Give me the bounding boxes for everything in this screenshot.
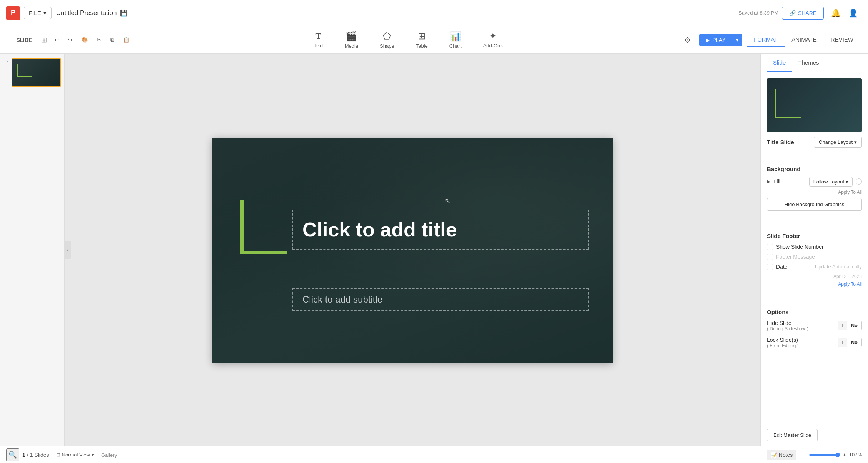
hide-slide-toggle-no[interactable]: No	[847, 321, 861, 330]
subtitle-placeholder-text: Click to add subtitle	[302, 294, 382, 305]
collapse-icon: ‹	[67, 247, 68, 253]
media-tool[interactable]: 🎬 Media	[334, 28, 369, 52]
show-slide-number-row: Show Slide Number	[767, 244, 862, 250]
slide-tab[interactable]: Slide	[767, 54, 792, 72]
undo-button[interactable]: ↩	[51, 35, 63, 45]
lock-slide-sub: ( From Editing )	[767, 343, 799, 348]
text-icon: T	[315, 31, 321, 41]
show-slide-number-checkbox[interactable]	[767, 244, 773, 250]
fill-expand-icon[interactable]: ▶	[767, 179, 770, 184]
copy-icon: ⧉	[110, 37, 114, 43]
lock-slide-toggle-no[interactable]: No	[847, 338, 861, 347]
options-section-title: Options	[767, 309, 862, 315]
addons-tool[interactable]: ✦ Add-Ons	[472, 28, 514, 52]
hide-slide-label: Hide Slide	[767, 320, 808, 326]
chart-tool[interactable]: 📊 Chart	[439, 28, 472, 52]
canvas-area[interactable]: ‹ Click to add title Click to add subtit…	[65, 54, 760, 446]
follow-layout-chevron: ▾	[846, 179, 848, 185]
search-button[interactable]: 🔍	[6, 448, 19, 461]
zoom-control: − + 107%	[803, 452, 862, 458]
zoom-slider[interactable]	[809, 454, 840, 456]
file-menu-button[interactable]: FILE ▾	[24, 7, 52, 19]
slide-layout-button[interactable]: ⊞	[37, 33, 51, 47]
page-separator: /	[27, 452, 28, 458]
bottom-right: 📝 Notes − + 107%	[767, 450, 862, 460]
settings-button[interactable]: ⚙	[680, 33, 695, 47]
date-checkbox[interactable]	[767, 264, 773, 270]
change-layout-button[interactable]: Change Layout ▾	[814, 137, 862, 148]
date-label: Date	[776, 264, 788, 270]
file-menu-label: FILE	[29, 10, 41, 16]
text-tool-label: Text	[314, 43, 323, 48]
play-button[interactable]: ▶ PLAY	[699, 34, 732, 46]
view-mode-chevron: ▾	[92, 452, 94, 458]
view-mode-label: Normal View	[62, 452, 90, 458]
slide-1-thumbnail[interactable]	[12, 58, 61, 87]
date-value: April 21, 2023	[833, 274, 862, 279]
title-placeholder[interactable]: Click to add title	[292, 210, 589, 250]
fill-color-swatch[interactable]	[856, 178, 862, 185]
right-panel: Slide Themes Title Slide Change Layout ▾…	[760, 54, 868, 446]
share-button[interactable]: 🔗 SHARE	[782, 7, 824, 20]
hide-slide-toggle-off[interactable]: I	[838, 321, 847, 330]
edit-master-slide-button[interactable]: Edit Master Slide	[767, 429, 818, 441]
share-label: SHARE	[798, 10, 816, 16]
zoom-out-button[interactable]: −	[803, 452, 806, 458]
apply-to-all-blue[interactable]: Apply To All	[767, 281, 862, 287]
user-account-button[interactable]: 👤	[845, 6, 862, 20]
slide-footer-section: Slide Footer Show Slide Number Footer Me…	[767, 233, 862, 291]
search-icon: 🔍	[8, 451, 17, 459]
table-tool[interactable]: ⊞ Table	[405, 28, 439, 52]
collapse-panel-handle[interactable]: ‹	[65, 241, 71, 259]
footer-message-checkbox[interactable]	[767, 254, 773, 260]
current-page: 1	[22, 452, 25, 458]
paste-button[interactable]: 📋	[119, 35, 133, 45]
notes-button[interactable]: 📝 Notes	[767, 450, 797, 460]
lock-slide-label: Lock Slide(s)	[767, 337, 799, 343]
cut-button[interactable]: ✂	[93, 35, 105, 45]
cut-icon: ✂	[97, 37, 101, 43]
title-slide-label: Title Slide	[767, 139, 794, 145]
presentation-title[interactable]: Untitled Presentation	[56, 9, 117, 17]
lock-slide-row: Lock Slide(s) ( From Editing ) I No	[767, 337, 862, 348]
themes-tab[interactable]: Themes	[792, 54, 825, 72]
notes-icon: 📝	[771, 452, 777, 458]
divider-2	[767, 224, 862, 224]
zoom-in-button[interactable]: +	[843, 452, 846, 458]
format-tab[interactable]: FORMAT	[747, 33, 785, 47]
format-tabs: FORMAT ANIMATE REVIEW	[747, 33, 860, 47]
add-slide-button[interactable]: + SLIDE	[8, 35, 36, 45]
slide-1-number: 1	[3, 58, 9, 65]
play-dropdown-button[interactable]: ▾	[732, 34, 742, 46]
slide-thumb-bracket	[17, 64, 32, 77]
change-layout-chevron: ▾	[854, 139, 857, 145]
addons-tool-label: Add-Ons	[483, 43, 503, 48]
text-tool[interactable]: T Text	[303, 28, 334, 52]
view-mode-button[interactable]: ⊞ Normal View ▾	[52, 450, 98, 459]
redo-button[interactable]: ↪	[64, 35, 76, 45]
zoom-percentage: 107%	[849, 452, 862, 458]
panel-tabs: Slide Themes	[761, 54, 868, 72]
notes-label: Notes	[779, 452, 793, 458]
animate-tab[interactable]: ANIMATE	[785, 33, 824, 47]
slide-btn-group: + SLIDE ⊞	[8, 33, 51, 47]
apply-to-all-gray[interactable]: Apply To All	[767, 190, 862, 195]
format-paint-button[interactable]: 🎨	[78, 35, 92, 45]
panel-content: Title Slide Change Layout ▾ Background ▶…	[761, 72, 868, 360]
lock-slide-toggle[interactable]: I No	[838, 338, 862, 347]
copy-button[interactable]: ⧉	[107, 35, 118, 45]
follow-layout-dropdown[interactable]: Follow Layout ▾	[809, 177, 853, 187]
main-tools: T Text 🎬 Media ⬠ Shape ⊞ Table 📊 Chart ✦…	[136, 28, 680, 52]
hide-slide-toggle[interactable]: I No	[838, 321, 862, 330]
top-bar: P FILE ▾ Untitled Presentation 💾 Saved a…	[0, 0, 868, 26]
hide-background-graphics-button[interactable]: Hide Background Graphics	[767, 198, 862, 211]
lock-slide-toggle-off[interactable]: I	[838, 338, 847, 347]
slide-canvas[interactable]: Click to add title Click to add subtitle…	[212, 138, 613, 363]
title-placeholder-text: Click to add title	[302, 218, 457, 241]
update-automatically-label: Update Automatically	[815, 264, 862, 270]
total-slides: 1 Slides	[30, 452, 49, 458]
notifications-button[interactable]: 🔔	[827, 6, 845, 20]
subtitle-placeholder[interactable]: Click to add subtitle	[292, 288, 589, 311]
review-tab[interactable]: REVIEW	[824, 33, 860, 47]
shape-tool[interactable]: ⬠ Shape	[369, 28, 405, 52]
